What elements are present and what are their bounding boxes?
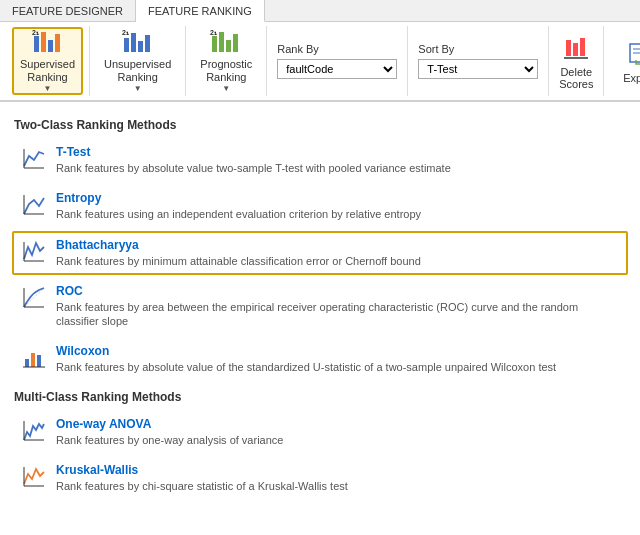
roc-desc: Rank features by area between the empiri… — [56, 300, 620, 329]
ttest-icon — [20, 145, 48, 173]
anova-icon — [20, 417, 48, 445]
unsupervised-dropdown-arrow: ▼ — [134, 84, 142, 94]
svg-line-28 — [24, 288, 44, 307]
svg-rect-1 — [41, 32, 46, 52]
kruskal-name: Kruskal-Wallis — [56, 463, 620, 477]
svg-text:2₁: 2₁ — [210, 29, 217, 36]
prognostic-ranking-icon: 2₁ — [210, 28, 242, 56]
sort-by-select[interactable]: T-Test — [418, 59, 538, 79]
method-ttest[interactable]: T-Test Rank features by absolute value t… — [12, 138, 628, 182]
unsupervised-ranking-button[interactable]: 2₁ Unsupervised Ranking ▼ — [96, 27, 179, 95]
supervised-group: 2₁ Supervised Ranking ▼ — [6, 26, 90, 96]
method-roc[interactable]: ROC Rank features by area between the em… — [12, 277, 628, 336]
supervised-ranking-icon: 2₁ — [32, 28, 64, 56]
roc-icon — [20, 284, 48, 312]
wilcoxon-name: Wilcoxon — [56, 344, 620, 358]
svg-rect-2 — [48, 40, 53, 52]
method-wilcoxon[interactable]: Wilcoxon Rank features by absolute value… — [12, 337, 628, 381]
unsupervised-group: 2₁ Unsupervised Ranking ▼ — [90, 26, 186, 96]
svg-rect-7 — [138, 41, 143, 52]
wilcoxon-icon — [20, 344, 48, 372]
ttest-desc: Rank features by absolute value two-samp… — [56, 161, 620, 175]
bhattacharyya-icon — [20, 238, 48, 266]
svg-rect-15 — [566, 40, 571, 56]
svg-rect-0 — [34, 36, 39, 52]
rank-by-field: Rank By faultCode — [267, 26, 408, 96]
kruskal-desc: Rank features by chi-square statistic of… — [56, 479, 620, 493]
svg-text:2₁: 2₁ — [32, 29, 39, 36]
tab-feature-designer[interactable]: FEATURE DESIGNER — [0, 0, 136, 21]
prognostic-group: 2₁ Prognostic Ranking ▼ — [186, 26, 267, 96]
sort-by-field: Sort By T-Test — [408, 26, 549, 96]
svg-rect-12 — [226, 40, 231, 52]
anova-desc: Rank features by one-way analysis of var… — [56, 433, 620, 447]
content-area: Two-Class Ranking Methods T-Test Rank fe… — [0, 102, 640, 533]
entropy-desc: Rank features using an independent evalu… — [56, 207, 620, 221]
bhattacharyya-name: Bhattacharyya — [56, 238, 620, 252]
svg-rect-8 — [145, 35, 150, 52]
bhattacharyya-desc: Rank features by minimum attainable clas… — [56, 254, 620, 268]
tab-feature-ranking[interactable]: FEATURE RANKING — [136, 0, 265, 22]
export-group: Expo... — [604, 26, 640, 96]
two-class-section-header: Two-Class Ranking Methods — [12, 118, 628, 132]
rank-by-select[interactable]: faultCode — [277, 59, 397, 79]
method-entropy[interactable]: Entropy Rank features using an independe… — [12, 184, 628, 228]
unsupervised-ranking-icon: 2₁ — [122, 28, 154, 56]
svg-text:2₁: 2₁ — [122, 29, 129, 36]
anova-name: One-way ANOVA — [56, 417, 620, 431]
export-icon — [624, 38, 640, 70]
export-button[interactable]: Expo... — [610, 27, 640, 95]
method-oneway-anova[interactable]: One-way ANOVA Rank features by one-way a… — [12, 410, 628, 454]
svg-rect-13 — [233, 34, 238, 52]
svg-rect-16 — [573, 43, 578, 56]
ttest-name: T-Test — [56, 145, 620, 159]
svg-rect-5 — [124, 38, 129, 52]
delete-scores-button[interactable]: Delete Scores — [549, 26, 604, 96]
prognostic-dropdown-arrow: ▼ — [222, 84, 230, 94]
roc-name: ROC — [56, 284, 620, 298]
multi-class-section-header: Multi-Class Ranking Methods — [12, 390, 628, 404]
svg-rect-6 — [131, 33, 136, 52]
supervised-dropdown-arrow: ▼ — [44, 84, 52, 94]
prognostic-ranking-button[interactable]: 2₁ Prognostic Ranking ▼ — [192, 27, 260, 95]
svg-rect-32 — [31, 353, 35, 367]
entropy-name: Entropy — [56, 191, 620, 205]
delete-scores-icon — [560, 32, 592, 64]
svg-rect-17 — [580, 38, 585, 56]
svg-rect-11 — [219, 32, 224, 52]
method-bhattacharyya[interactable]: Bhattacharyya Rank features by minimum a… — [12, 231, 628, 275]
sort-by-label: Sort By — [418, 43, 538, 55]
kruskal-icon — [20, 463, 48, 491]
toolbar-ribbon: 2₁ Supervised Ranking ▼ 2₁ — [0, 22, 640, 102]
wilcoxon-desc: Rank features by absolute value of the s… — [56, 360, 620, 374]
tab-bar: FEATURE DESIGNER FEATURE RANKING — [0, 0, 640, 22]
method-kruskal-wallis[interactable]: Kruskal-Wallis Rank features by chi-squa… — [12, 456, 628, 500]
supervised-ranking-button[interactable]: 2₁ Supervised Ranking ▼ — [12, 27, 83, 95]
rank-by-label: Rank By — [277, 43, 397, 55]
svg-rect-33 — [37, 355, 41, 367]
svg-rect-31 — [25, 359, 29, 367]
svg-rect-10 — [212, 36, 217, 52]
svg-rect-3 — [55, 34, 60, 52]
entropy-icon — [20, 191, 48, 219]
